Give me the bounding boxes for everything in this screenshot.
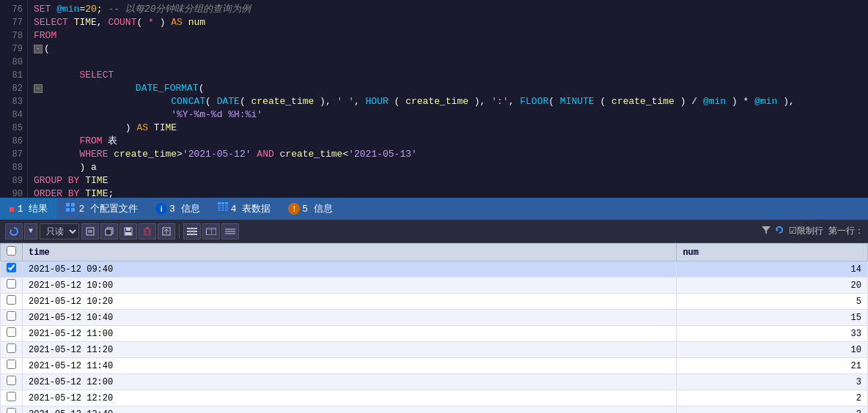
info1-icon: i — [155, 203, 167, 215]
cell-time: 2021-05-12 09:40 — [23, 261, 677, 278]
export-button[interactable] — [81, 223, 99, 239]
cell-time: 2021-05-12 10:40 — [23, 310, 677, 326]
svg-rect-2 — [66, 208, 70, 212]
cell-num: 3 — [677, 406, 868, 414]
cell-time: 2021-05-12 12:20 — [23, 390, 677, 406]
cell-num: 10 — [677, 342, 868, 358]
header-checkbox[interactable] — [1, 244, 23, 261]
table-row[interactable]: 2021-05-12 11:40 21 — [1, 358, 868, 374]
table-row[interactable]: 2021-05-12 12:40 3 — [1, 406, 868, 414]
cell-num: 33 — [677, 326, 868, 342]
row-checkbox[interactable] — [7, 295, 16, 305]
tab-tabledata[interactable]: 4 表数据 — [209, 198, 280, 220]
code-line-81: SELECT — [34, 69, 862, 82]
code-line-86: FROM 表 — [34, 135, 862, 148]
svg-rect-7 — [218, 209, 228, 211]
dropdown-btn[interactable]: ▼ — [24, 223, 37, 239]
tab-info2[interactable]: ! 5 信息 — [279, 198, 342, 220]
code-line-88: ) a — [34, 161, 862, 174]
svg-rect-0 — [66, 203, 70, 206]
table-row[interactable]: 2021-05-12 10:00 20 — [1, 278, 868, 294]
row-checkbox[interactable] — [7, 376, 16, 385]
code-line-78: FROM — [34, 29, 862, 42]
row-checkbox[interactable] — [7, 408, 16, 413]
row-checkbox[interactable] — [7, 279, 16, 289]
cell-time: 2021-05-12 10:00 — [23, 278, 677, 294]
tab-config-label: 2 个配置文件 — [78, 202, 138, 215]
row-checkbox[interactable] — [7, 311, 16, 321]
svg-rect-29 — [194, 228, 194, 235]
cell-num: 20 — [677, 278, 868, 294]
table-row[interactable]: 2021-05-12 10:20 5 — [1, 294, 868, 310]
tab-info2-label: 5 信息 — [302, 202, 333, 215]
results-scroll[interactable]: time num 2021-05-12 09:40 14 2021-05-12 … — [0, 243, 868, 413]
svg-rect-32 — [206, 230, 207, 235]
row-checkbox[interactable] — [7, 327, 16, 337]
row-checkbox[interactable] — [7, 343, 16, 353]
tabledata-icon — [218, 202, 228, 215]
table-row[interactable]: 2021-05-12 11:20 10 — [1, 342, 868, 358]
results-table: time num 2021-05-12 09:40 14 2021-05-12 … — [0, 243, 868, 413]
svg-rect-26 — [187, 231, 197, 232]
text-view-btn[interactable] — [221, 223, 239, 239]
row-checkbox[interactable] — [7, 263, 16, 272]
code-text[interactable]: SET @min=20; -- 以每20分钟味分组的查询为例 SELECT TI… — [28, 0, 868, 198]
svg-marker-37 — [776, 228, 779, 231]
select-all-checkbox[interactable] — [7, 246, 16, 256]
svg-rect-3 — [71, 208, 75, 212]
code-line-89: GROUP BY TIME — [34, 174, 862, 187]
code-line-87: WHERE create_time>'2021-05-12' AND creat… — [34, 148, 862, 161]
bottom-panel: ■ 1 结果 2 个配置文件 i 3 信息 — [0, 198, 868, 413]
svg-rect-5 — [218, 205, 228, 206]
col-header-time[interactable]: time — [23, 244, 677, 261]
tab-tabledata-label: 4 表数据 — [231, 202, 271, 215]
cell-time: 2021-05-12 11:40 — [23, 358, 677, 374]
code-line-77: SELECT TIME, COUNT( * ) AS num — [34, 16, 862, 29]
copy-button[interactable] — [100, 223, 118, 239]
line-numbers: 76 77 78 79 80 81 82 83 84 85 86 87 88 8… — [0, 0, 28, 198]
table-row[interactable]: 2021-05-12 12:20 2 — [1, 390, 868, 406]
svg-rect-9 — [224, 202, 225, 211]
svg-rect-8 — [221, 202, 221, 211]
col-header-num[interactable]: num — [677, 244, 868, 261]
code-line-85: ) AS TIME — [34, 122, 862, 135]
refresh-button[interactable] — [5, 223, 23, 239]
cell-time: 2021-05-12 11:20 — [23, 342, 677, 358]
table-row[interactable]: 2021-05-12 10:40 15 — [1, 310, 868, 326]
toolbar: ▼ 只读 — [0, 220, 868, 243]
tab-result[interactable]: ■ 1 结果 — [0, 198, 56, 220]
svg-rect-11 — [87, 228, 94, 235]
table-row[interactable]: 2021-05-12 12:00 3 — [1, 374, 868, 390]
save-button[interactable] — [119, 223, 137, 239]
tabs-bar: ■ 1 结果 2 个配置文件 i 3 信息 — [0, 198, 868, 220]
svg-rect-18 — [125, 232, 131, 235]
col-view-btn[interactable] — [183, 223, 201, 239]
svg-rect-6 — [218, 207, 228, 209]
svg-rect-33 — [211, 228, 212, 235]
table-row[interactable]: 2021-05-12 09:40 14 — [1, 261, 868, 278]
import-button[interactable] — [158, 223, 175, 239]
reload-icon — [774, 225, 784, 238]
tab-info1[interactable]: i 3 信息 — [147, 198, 209, 220]
cell-num: 3 — [677, 374, 868, 390]
code-editor[interactable]: 76 77 78 79 80 81 82 83 84 85 86 87 88 8… — [0, 0, 868, 198]
row-view-btn[interactable] — [202, 223, 220, 239]
code-line-90: ORDER BY TIME; — [34, 187, 862, 198]
code-line-76: SET @min=20; -- 以每20分钟味分组的查询为例 — [34, 3, 862, 16]
table-row[interactable]: 2021-05-12 11:00 33 — [1, 326, 868, 342]
fold-icon-79[interactable]: - — [34, 45, 43, 53]
cell-num: 14 — [677, 261, 868, 278]
cell-num: 15 — [677, 310, 868, 326]
svg-rect-25 — [187, 228, 197, 229]
mode-select[interactable]: 只读 — [40, 223, 79, 239]
cell-time: 2021-05-12 10:20 — [23, 294, 677, 310]
delete-button[interactable] — [139, 223, 156, 239]
tab-result-label: 1 结果 — [18, 202, 48, 215]
fold-icon-82[interactable]: - — [34, 84, 43, 93]
tab-config[interactable]: 2 个配置文件 — [56, 198, 147, 220]
filter-icon — [761, 225, 771, 238]
row-checkbox[interactable] — [7, 360, 16, 369]
code-line-82: - DATE_FORMAT( — [34, 82, 862, 95]
cell-time: 2021-05-12 12:40 — [23, 406, 677, 414]
row-checkbox[interactable] — [7, 392, 16, 401]
